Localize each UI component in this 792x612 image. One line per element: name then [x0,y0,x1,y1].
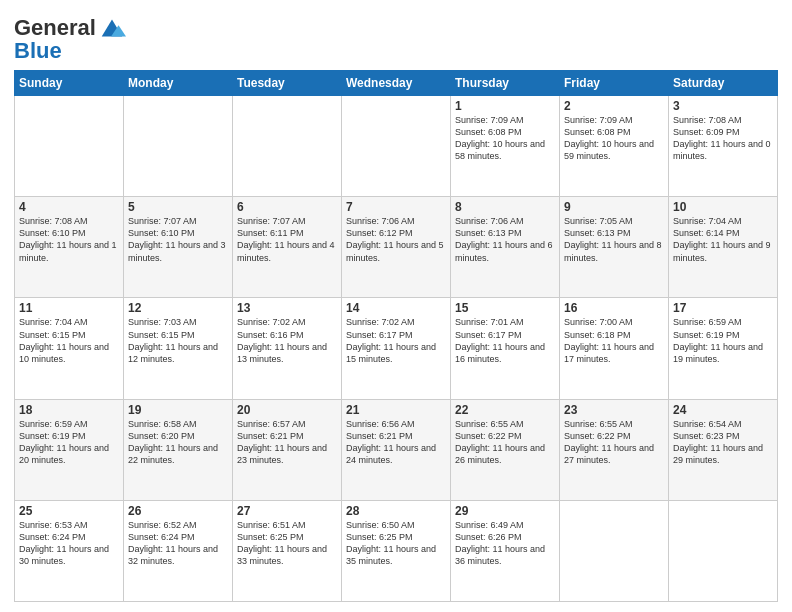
calendar-cell: 2Sunrise: 7:09 AM Sunset: 6:08 PM Daylig… [560,96,669,197]
calendar-cell: 21Sunrise: 6:56 AM Sunset: 6:21 PM Dayli… [342,399,451,500]
day-number: 6 [237,200,337,214]
day-info: Sunrise: 7:07 AM Sunset: 6:10 PM Dayligh… [128,215,228,264]
calendar-cell: 5Sunrise: 7:07 AM Sunset: 6:10 PM Daylig… [124,197,233,298]
calendar-cell: 22Sunrise: 6:55 AM Sunset: 6:22 PM Dayli… [451,399,560,500]
calendar-cell: 1Sunrise: 7:09 AM Sunset: 6:08 PM Daylig… [451,96,560,197]
calendar-cell: 12Sunrise: 7:03 AM Sunset: 6:15 PM Dayli… [124,298,233,399]
day-info: Sunrise: 7:03 AM Sunset: 6:15 PM Dayligh… [128,316,228,365]
day-number: 20 [237,403,337,417]
calendar-cell [342,96,451,197]
day-info: Sunrise: 7:01 AM Sunset: 6:17 PM Dayligh… [455,316,555,365]
day-number: 4 [19,200,119,214]
day-number: 23 [564,403,664,417]
day-info: Sunrise: 6:59 AM Sunset: 6:19 PM Dayligh… [19,418,119,467]
calendar-cell: 15Sunrise: 7:01 AM Sunset: 6:17 PM Dayli… [451,298,560,399]
day-info: Sunrise: 6:52 AM Sunset: 6:24 PM Dayligh… [128,519,228,568]
col-friday: Friday [560,71,669,96]
day-number: 15 [455,301,555,315]
day-number: 29 [455,504,555,518]
col-sunday: Sunday [15,71,124,96]
calendar-cell [15,96,124,197]
logo-icon [98,14,126,42]
day-number: 5 [128,200,228,214]
calendar-week-5: 25Sunrise: 6:53 AM Sunset: 6:24 PM Dayli… [15,500,778,601]
calendar-week-1: 1Sunrise: 7:09 AM Sunset: 6:08 PM Daylig… [15,96,778,197]
day-info: Sunrise: 7:00 AM Sunset: 6:18 PM Dayligh… [564,316,664,365]
calendar-cell: 3Sunrise: 7:08 AM Sunset: 6:09 PM Daylig… [669,96,778,197]
day-number: 8 [455,200,555,214]
calendar-cell: 24Sunrise: 6:54 AM Sunset: 6:23 PM Dayli… [669,399,778,500]
day-number: 17 [673,301,773,315]
day-number: 1 [455,99,555,113]
col-thursday: Thursday [451,71,560,96]
header: General Blue [14,10,778,64]
day-number: 3 [673,99,773,113]
day-number: 18 [19,403,119,417]
day-info: Sunrise: 6:55 AM Sunset: 6:22 PM Dayligh… [564,418,664,467]
day-info: Sunrise: 6:57 AM Sunset: 6:21 PM Dayligh… [237,418,337,467]
day-number: 28 [346,504,446,518]
day-number: 19 [128,403,228,417]
day-info: Sunrise: 6:53 AM Sunset: 6:24 PM Dayligh… [19,519,119,568]
calendar-week-3: 11Sunrise: 7:04 AM Sunset: 6:15 PM Dayli… [15,298,778,399]
day-info: Sunrise: 7:05 AM Sunset: 6:13 PM Dayligh… [564,215,664,264]
calendar-cell [669,500,778,601]
day-info: Sunrise: 6:49 AM Sunset: 6:26 PM Dayligh… [455,519,555,568]
day-info: Sunrise: 7:08 AM Sunset: 6:09 PM Dayligh… [673,114,773,163]
calendar-cell [233,96,342,197]
day-info: Sunrise: 7:09 AM Sunset: 6:08 PM Dayligh… [455,114,555,163]
day-info: Sunrise: 6:55 AM Sunset: 6:22 PM Dayligh… [455,418,555,467]
day-number: 22 [455,403,555,417]
logo-general: General [14,15,96,40]
calendar-cell: 25Sunrise: 6:53 AM Sunset: 6:24 PM Dayli… [15,500,124,601]
calendar-cell: 28Sunrise: 6:50 AM Sunset: 6:25 PM Dayli… [342,500,451,601]
calendar-cell: 14Sunrise: 7:02 AM Sunset: 6:17 PM Dayli… [342,298,451,399]
day-number: 14 [346,301,446,315]
logo: General Blue [14,14,126,64]
day-number: 26 [128,504,228,518]
calendar-cell: 17Sunrise: 6:59 AM Sunset: 6:19 PM Dayli… [669,298,778,399]
day-info: Sunrise: 6:50 AM Sunset: 6:25 PM Dayligh… [346,519,446,568]
calendar-header-row: Sunday Monday Tuesday Wednesday Thursday… [15,71,778,96]
logo-text: General [14,17,96,39]
day-number: 24 [673,403,773,417]
day-info: Sunrise: 7:06 AM Sunset: 6:13 PM Dayligh… [455,215,555,264]
day-number: 27 [237,504,337,518]
calendar-table: Sunday Monday Tuesday Wednesday Thursday… [14,70,778,602]
day-number: 11 [19,301,119,315]
calendar-cell: 20Sunrise: 6:57 AM Sunset: 6:21 PM Dayli… [233,399,342,500]
calendar-week-2: 4Sunrise: 7:08 AM Sunset: 6:10 PM Daylig… [15,197,778,298]
calendar-cell: 23Sunrise: 6:55 AM Sunset: 6:22 PM Dayli… [560,399,669,500]
calendar-cell: 13Sunrise: 7:02 AM Sunset: 6:16 PM Dayli… [233,298,342,399]
day-info: Sunrise: 6:58 AM Sunset: 6:20 PM Dayligh… [128,418,228,467]
day-info: Sunrise: 6:54 AM Sunset: 6:23 PM Dayligh… [673,418,773,467]
calendar-cell: 16Sunrise: 7:00 AM Sunset: 6:18 PM Dayli… [560,298,669,399]
day-info: Sunrise: 7:04 AM Sunset: 6:14 PM Dayligh… [673,215,773,264]
day-info: Sunrise: 7:08 AM Sunset: 6:10 PM Dayligh… [19,215,119,264]
col-tuesday: Tuesday [233,71,342,96]
calendar-cell: 9Sunrise: 7:05 AM Sunset: 6:13 PM Daylig… [560,197,669,298]
day-info: Sunrise: 7:07 AM Sunset: 6:11 PM Dayligh… [237,215,337,264]
day-number: 21 [346,403,446,417]
day-number: 12 [128,301,228,315]
calendar-cell: 8Sunrise: 7:06 AM Sunset: 6:13 PM Daylig… [451,197,560,298]
page: General Blue Sunday Monday Tuesday We [0,0,792,612]
day-number: 2 [564,99,664,113]
calendar-cell: 6Sunrise: 7:07 AM Sunset: 6:11 PM Daylig… [233,197,342,298]
calendar-cell: 19Sunrise: 6:58 AM Sunset: 6:20 PM Dayli… [124,399,233,500]
calendar-cell [124,96,233,197]
day-info: Sunrise: 7:02 AM Sunset: 6:17 PM Dayligh… [346,316,446,365]
calendar-cell: 18Sunrise: 6:59 AM Sunset: 6:19 PM Dayli… [15,399,124,500]
col-wednesday: Wednesday [342,71,451,96]
day-info: Sunrise: 6:59 AM Sunset: 6:19 PM Dayligh… [673,316,773,365]
col-monday: Monday [124,71,233,96]
calendar-cell: 10Sunrise: 7:04 AM Sunset: 6:14 PM Dayli… [669,197,778,298]
day-info: Sunrise: 7:04 AM Sunset: 6:15 PM Dayligh… [19,316,119,365]
day-number: 13 [237,301,337,315]
day-number: 16 [564,301,664,315]
day-info: Sunrise: 7:06 AM Sunset: 6:12 PM Dayligh… [346,215,446,264]
calendar-cell: 11Sunrise: 7:04 AM Sunset: 6:15 PM Dayli… [15,298,124,399]
calendar-cell [560,500,669,601]
day-number: 10 [673,200,773,214]
calendar-cell: 27Sunrise: 6:51 AM Sunset: 6:25 PM Dayli… [233,500,342,601]
